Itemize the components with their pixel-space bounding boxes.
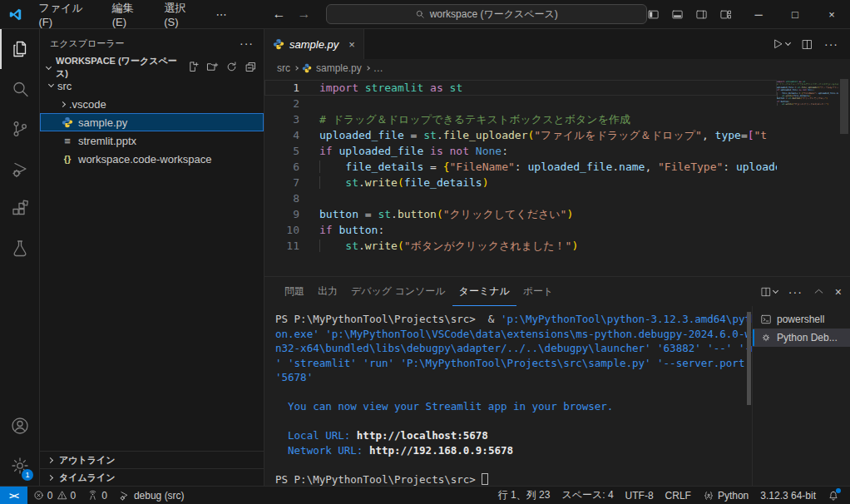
collapse-all-icon[interactable] — [245, 61, 257, 73]
menu-item-1[interactable]: 編集(E) — [105, 0, 155, 32]
activity-explorer-button[interactable] — [0, 29, 39, 69]
source-control-icon — [10, 119, 30, 139]
status-eol[interactable]: CRLF — [660, 490, 697, 502]
toggle-panel-icon[interactable] — [671, 8, 684, 21]
terminal-scrollbar-thumb[interactable] — [747, 312, 751, 405]
status-cursor-position[interactable]: 行 1、列 23 — [492, 488, 556, 502]
toggle-secondary-sidebar-icon[interactable] — [695, 8, 708, 21]
panel-tab-2[interactable]: デバッグ コンソール — [344, 277, 452, 306]
status-encoding[interactable]: UTF-8 — [620, 490, 660, 502]
chevron-down-icon[interactable] — [773, 287, 778, 293]
error-icon — [33, 490, 44, 501]
menu-item-0[interactable]: ファイル(F) — [31, 0, 102, 32]
panel-tab-4[interactable]: ポート — [516, 277, 561, 306]
panel-tab-list: 問題出力デバッグ コンソールターミナルポート — [278, 277, 560, 306]
tree-item-workspace-code-workspace[interactable]: {}workspace.code-workspace — [40, 150, 264, 168]
tab-close-icon[interactable]: × — [348, 38, 355, 51]
run-dropdown-icon[interactable] — [785, 40, 791, 46]
breadcrumb-symbol[interactable]: … — [373, 62, 383, 74]
problems-status[interactable]: 0 0 — [27, 487, 82, 504]
status-python-version[interactable]: 3.12.3 64-bit — [754, 490, 822, 502]
explorer-title: エクスプローラー — [50, 37, 125, 50]
activity-bar: 1 — [0, 29, 40, 486]
customize-layout-icon[interactable] — [719, 8, 732, 21]
window-maximize-button[interactable]: □ — [777, 0, 813, 29]
close-panel-icon[interactable]: × — [835, 285, 842, 299]
terminal-output[interactable]: PS P:\MyPythonTool\Projects\src> & 'p:\M… — [264, 306, 752, 486]
ports-status[interactable]: 0 — [82, 487, 113, 504]
tree-item-stremlit-pptx[interactable]: ≡stremlit.pptx — [40, 131, 264, 150]
status-notifications[interactable] — [822, 490, 845, 502]
menu-item-overflow[interactable]: ⋯ — [209, 5, 235, 24]
warning-count: 0 — [71, 490, 77, 502]
tree-item-sample-py[interactable]: sample.py — [40, 113, 264, 131]
status-eol-label: CRLF — [665, 490, 691, 502]
testing-flask-icon — [10, 239, 30, 259]
activity-run-debug-button[interactable] — [0, 149, 39, 189]
terminal-line-6 — [275, 385, 752, 400]
activity-search-button[interactable] — [0, 69, 39, 109]
code-line-4: 4uploaded_file = st.file_uploader("ファイルを… — [264, 127, 777, 143]
outline-section[interactable]: アウトライン — [40, 451, 264, 468]
terminal-instance-powershell[interactable]: powershell — [753, 310, 850, 329]
panel-more-actions-icon[interactable]: ··· — [788, 285, 803, 299]
tree-item-vscode[interactable]: .vscode — [40, 95, 264, 113]
settings-button[interactable]: 1 — [0, 446, 39, 486]
panel-tab-0[interactable]: 問題 — [278, 277, 311, 306]
status-language-mode[interactable]: Python — [697, 490, 754, 502]
line-number: 1 — [264, 80, 299, 96]
code-lines: 1import streamlit as st23# ドラッグ＆ドロップできるテ… — [264, 77, 777, 276]
terminal-line-1: PS P:\MyPythonTool\Projects\src> & 'p:\M… — [275, 312, 752, 327]
command-center-search[interactable]: workspace (ワークスペース) — [326, 4, 648, 24]
split-editor-icon[interactable] — [801, 38, 813, 51]
new-file-icon[interactable] — [187, 61, 200, 73]
editor-more-actions-icon[interactable]: ··· — [824, 37, 838, 51]
line-number: 2 — [264, 96, 299, 111]
debug-status[interactable]: debug (src) — [113, 487, 190, 504]
explorer-more-actions-icon[interactable]: ··· — [240, 37, 254, 50]
remote-indicator[interactable]: >< — [0, 487, 27, 504]
terminal-line-4: ' 'streamlit' 'run' 'P:\MyPythonTool\Pro… — [275, 356, 752, 371]
run-python-file-button[interactable] — [771, 37, 790, 51]
nav-forward-button[interactable]: → — [298, 7, 311, 22]
workspace-section-header[interactable]: WORKSPACE (ワークスペース) — [40, 57, 264, 77]
editor-scrollbar[interactable] — [838, 77, 850, 276]
panel-tab-3[interactable]: ターミナル — [452, 277, 516, 306]
line-number: 5 — [264, 143, 299, 159]
status-indentation[interactable]: スペース: 4 — [556, 488, 619, 502]
breadcrumb-file[interactable]: sample.py — [316, 62, 362, 74]
run-icon — [771, 37, 784, 51]
split-terminal-button[interactable] — [760, 286, 778, 298]
radio-tower-icon — [87, 490, 98, 501]
code-line-11: 11 st.write("ボタンがクリックされました！") — [264, 238, 777, 254]
status-encoding-label: UTF-8 — [625, 490, 654, 502]
refresh-icon[interactable] — [225, 61, 238, 73]
warning-icon — [57, 490, 67, 501]
terminal-instance-python-deb-[interactable]: Python Deb... — [753, 329, 850, 347]
nav-back-button[interactable]: ← — [273, 7, 286, 22]
activity-source-control-button[interactable] — [0, 109, 39, 149]
breadcrumb-src[interactable]: src — [277, 62, 290, 74]
editor-scrollbar-thumb[interactable] — [840, 79, 848, 134]
debug-gear-icon — [760, 332, 772, 343]
window-minimize-button[interactable]: ─ — [740, 0, 777, 29]
maximize-panel-icon[interactable] — [813, 286, 824, 297]
status-python-version-label: 3.12.3 64-bit — [760, 490, 816, 502]
toggle-primary-sidebar-icon[interactable] — [647, 8, 660, 21]
tab-sample-py[interactable]: sample.py × — [264, 29, 364, 59]
main-area: 1 エクスプローラー ··· WORKSPACE (ワークスペース) — [0, 29, 850, 486]
activity-testing-button[interactable] — [0, 229, 39, 269]
activity-extensions-button[interactable] — [0, 189, 39, 229]
new-folder-icon[interactable] — [206, 61, 219, 73]
settings-badge: 1 — [22, 469, 33, 481]
panel-tab-1[interactable]: 出力 — [311, 277, 344, 306]
minimap[interactable]: import streamlit as st# ドラッグ＆ドロップできるテキスト… — [777, 77, 838, 276]
split-terminal-icon — [760, 286, 772, 298]
menu-item-2[interactable]: 選択(S) — [156, 0, 206, 32]
code-line-8: 8 — [264, 190, 777, 206]
code-editor[interactable]: 1import streamlit as st23# ドラッグ＆ドロップできるテ… — [264, 77, 850, 276]
accounts-button[interactable] — [0, 406, 39, 446]
tree-item-src[interactable]: src — [40, 77, 264, 95]
window-close-button[interactable]: × — [813, 0, 850, 29]
timeline-section[interactable]: タイムライン — [40, 468, 264, 486]
